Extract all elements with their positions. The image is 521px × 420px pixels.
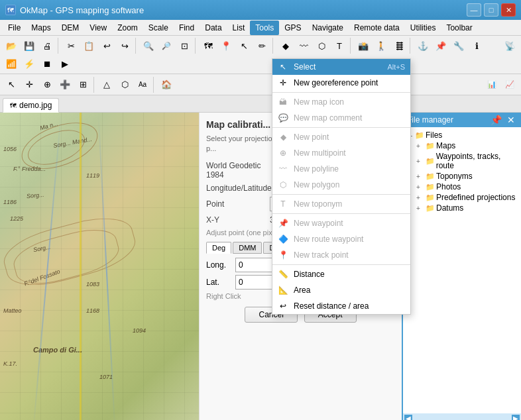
tb2-hex[interactable]: ⬡	[116, 76, 133, 93]
menu-entry-new-route-waypoint: 🔷 New route waypoint	[272, 231, 410, 247]
menu-find[interactable]: Find	[174, 21, 200, 35]
menu-remote-data[interactable]: Remote data	[349, 21, 405, 35]
tb-save[interactable]: 💾	[21, 37, 38, 54]
scroll-left-btn[interactable]: ◀	[404, 415, 412, 420]
tb-select[interactable]: ↖	[235, 37, 253, 54]
tb2-cursor[interactable]: ↖	[3, 76, 20, 93]
main-content: Ma n... Sorg... Mand... F.° Fredda... So…	[0, 113, 521, 420]
menu-data[interactable]: Data	[200, 21, 227, 35]
menu-gps[interactable]: GPS	[279, 21, 306, 35]
tab-deg[interactable]: Deg	[206, 242, 231, 254]
tb-map1[interactable]: 🗺	[200, 37, 217, 54]
tab-demo[interactable]: 🗺 demo.jpg	[3, 98, 59, 113]
tree-waypoints[interactable]: + 📁 Waypoints, tracks, route	[416, 151, 518, 171]
expand-maps: +	[416, 142, 424, 150]
tab-dmm[interactable]: DMM	[233, 242, 262, 254]
tb-photo[interactable]: 📸	[355, 37, 372, 54]
tb-track[interactable]: 🛤	[390, 37, 408, 54]
menu-file[interactable]: File	[3, 21, 26, 35]
tree-datums[interactable]: + 📁 Datums	[416, 203, 518, 213]
tb-remote5[interactable]: ▶	[56, 55, 74, 72]
menu-utilities[interactable]: Utilities	[405, 21, 441, 35]
tb-settings[interactable]: 🔧	[450, 37, 467, 54]
tb-open[interactable]: 📂	[3, 37, 20, 54]
close-button[interactable]: ✕	[501, 3, 516, 17]
menu-scale[interactable]: Scale	[143, 21, 174, 35]
select-label: Select	[294, 62, 382, 72]
tb2-add[interactable]: ➕	[56, 76, 74, 93]
menu-navigate[interactable]: Navigate	[307, 21, 349, 35]
tb-print[interactable]: 🖨	[38, 37, 56, 54]
tb-info[interactable]: ℹ	[468, 37, 485, 54]
tree-root[interactable]: — 📁 Files	[406, 130, 518, 140]
tab-bar: 🗺 demo.jpg	[0, 95, 521, 113]
menu-tools[interactable]: Tools	[250, 21, 279, 35]
menu-entry-map-comment: 💬 New map comment	[272, 110, 410, 126]
tb-undo[interactable]: ↩	[98, 37, 115, 54]
toolbar-row1: 📂 💾 🖨 ✂ 📋 ↩ ↪ 🔍 🔎 ⊡ 🗺 📍 ↖ ✏ ◆ 〰 ⬡ T 📸 🚶 …	[0, 36, 521, 74]
menu-entry-georeference[interactable]: ✛ New georeference point	[272, 75, 410, 91]
tb-anchor[interactable]: ⚓	[414, 37, 432, 54]
tb-remote1[interactable]: 📡	[501, 37, 518, 54]
expand-photos: +	[416, 184, 424, 191]
menu-view[interactable]: View	[84, 21, 112, 35]
tb-zoom-in[interactable]: 🔍	[140, 37, 157, 54]
tb2-home[interactable]: 🏠	[158, 76, 175, 93]
menu-maps[interactable]: Maps	[26, 21, 56, 35]
map-comment-label: New map comment	[294, 113, 405, 123]
tb-remote2[interactable]: 📶	[3, 55, 20, 72]
tb-point[interactable]: ◆	[277, 37, 294, 54]
panel-close-btn[interactable]: ✕	[505, 115, 517, 125]
toolbar-row2: ↖ ✛ ⊕ ➕ ⊞ △ ⬡ Aa 🏠 📊 📈	[0, 74, 521, 95]
expand-datums: +	[416, 205, 424, 212]
tb-redo[interactable]: ↪	[116, 37, 133, 54]
tb2-txt[interactable]: Aa	[134, 76, 151, 93]
sep1	[58, 38, 60, 54]
menu-sep-1	[272, 92, 410, 93]
tb-cut[interactable]: ✂	[62, 37, 80, 54]
tb-edit[interactable]: ✏	[253, 37, 270, 54]
tb2-r1[interactable]: 📊	[483, 76, 500, 93]
tb-copy[interactable]: 📋	[80, 37, 97, 54]
projections-label: Predefined projections	[436, 193, 515, 202]
tb2-cross[interactable]: ✛	[21, 76, 38, 93]
window-controls[interactable]: — □ ✕	[467, 3, 516, 17]
minimize-button[interactable]: —	[467, 3, 481, 17]
menu-dem[interactable]: DEM	[56, 21, 85, 35]
menu-toolbar[interactable]: Toolbar	[441, 21, 477, 35]
file-tree: — 📁 Files + 📁 Maps + 📁 Waypoints, tracks…	[403, 127, 521, 413]
map-panel[interactable]: Ma n... Sorg... Mand... F.° Fredda... So…	[0, 113, 199, 420]
menu-zoom[interactable]: Zoom	[112, 21, 143, 35]
tb2-tri[interactable]: △	[98, 76, 115, 93]
tb2-plus[interactable]: ⊕	[38, 76, 56, 93]
expand-waypoints: +	[416, 158, 424, 165]
maximize-button[interactable]: □	[484, 3, 498, 17]
tb-poly[interactable]: ⬡	[313, 37, 330, 54]
tb-remote4[interactable]: ⏹	[38, 55, 56, 72]
tb2-grid[interactable]: ⊞	[74, 76, 91, 93]
datums-icon: 📁	[426, 204, 435, 213]
tree-photos[interactable]: + 📁 Photos	[416, 182, 518, 192]
tb-zoom-fit[interactable]: ⊡	[176, 37, 193, 54]
menu-entry-select[interactable]: ↖ Select Alt+S	[272, 59, 410, 75]
tb-text[interactable]: T	[331, 37, 348, 54]
scroll-right-btn[interactable]: ▶	[512, 415, 520, 420]
panel-pin-btn[interactable]: 📌	[489, 115, 504, 125]
tb-line[interactable]: 〰	[295, 37, 312, 54]
tb-pin[interactable]: 📌	[432, 37, 449, 54]
menu-entry-new-waypoint: 📌 New waypoint	[272, 215, 410, 231]
projection-value: World Geodetic 1984	[206, 161, 266, 180]
menu-entry-area[interactable]: 📐 Area	[272, 282, 410, 298]
tree-projections[interactable]: + 📁 Predefined projections	[416, 192, 518, 203]
tb-remote3[interactable]: ⚡	[21, 55, 38, 72]
tree-toponyms[interactable]: + 📁 Toponyms	[416, 171, 518, 182]
tb-map2[interactable]: 📍	[217, 37, 235, 54]
tb-walk[interactable]: 🚶	[373, 37, 390, 54]
tree-maps[interactable]: + 📁 Maps	[416, 140, 518, 151]
tb2-r2[interactable]: 📈	[501, 76, 518, 93]
datums-label: Datums	[436, 203, 463, 213]
tb-zoom-out[interactable]: 🔎	[158, 37, 175, 54]
menu-entry-distance[interactable]: 📏 Distance	[272, 266, 410, 282]
menu-list[interactable]: List	[227, 21, 251, 35]
menu-entry-reset-distance[interactable]: ↩ Reset distance / area	[272, 298, 410, 314]
